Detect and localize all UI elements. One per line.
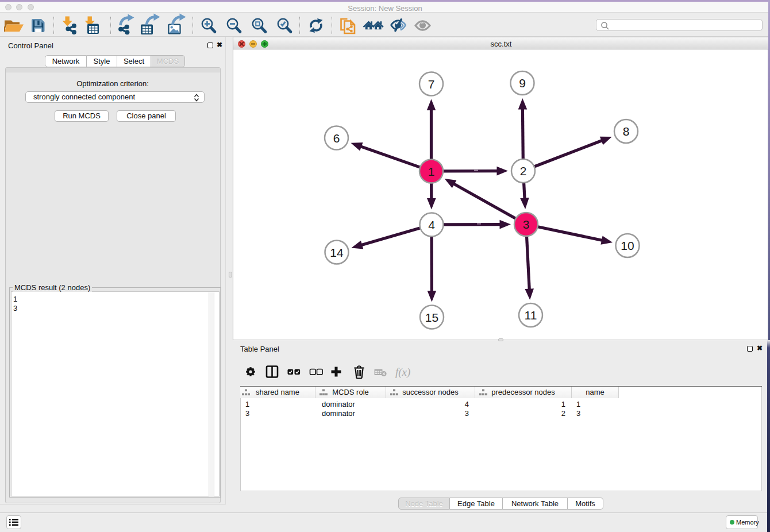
svg-text:1: 1 (428, 165, 435, 178)
svg-text:2: 2 (520, 164, 527, 178)
svg-text:14: 14 (330, 246, 344, 259)
svg-text:10: 10 (621, 239, 634, 252)
svg-text:f(x): f(x) (395, 366, 410, 379)
svg-text:3: 3 (523, 218, 530, 231)
svg-text:15: 15 (425, 311, 438, 324)
svg-text:4: 4 (428, 218, 435, 232)
svg-text:8: 8 (623, 125, 630, 138)
svg-text:7: 7 (428, 78, 435, 91)
svg-text:9: 9 (519, 76, 526, 90)
svg-text:6: 6 (333, 132, 340, 145)
svg-text:11: 11 (525, 309, 537, 322)
